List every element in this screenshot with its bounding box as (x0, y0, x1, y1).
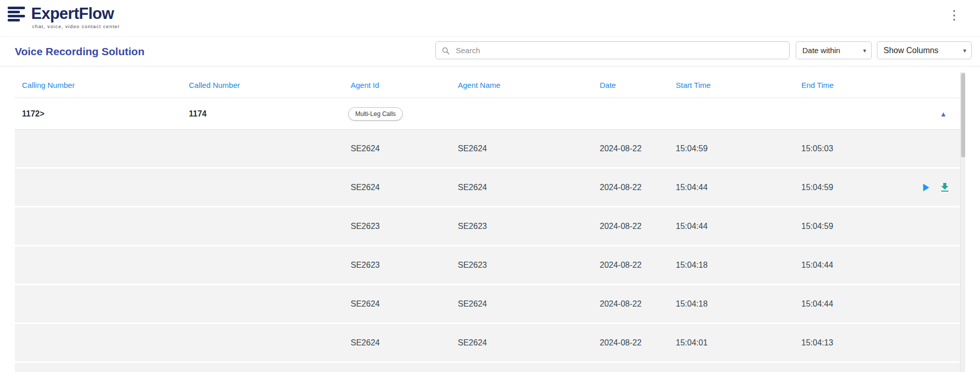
logo-text: ExpertFlow (31, 5, 114, 23)
table-body: SE2624 SE2624 2024-08-22 15:04:59 15:05:… (15, 130, 960, 361)
agent-name-cell: SE2623 (451, 246, 593, 284)
start-time-cell: 15:04:18 (669, 246, 794, 284)
page-title: Voice Recording Solution (15, 37, 144, 66)
date-cell: 2024-08-22 (593, 285, 669, 322)
date-cell: 2024-08-22 (593, 169, 669, 206)
search-input[interactable] (455, 45, 784, 55)
kebab-menu-icon[interactable]: ⋮ (944, 6, 965, 25)
expertflow-logo: ExpertFlow (8, 5, 114, 25)
start-time-cell: 15:04:44 (669, 207, 794, 245)
column-header-called-number: Called Number (182, 72, 344, 98)
agent-name-cell: SE2624 (451, 130, 593, 167)
table-row: SE2623 SE2623 2024-08-22 15:04:18 15:04:… (15, 246, 960, 284)
expertflow-logo-icon (8, 6, 27, 25)
date-within-label: Date within (802, 46, 840, 55)
column-header-date: Date (593, 72, 669, 98)
column-header-agent-id: Agent Id (344, 72, 451, 98)
play-recording-button[interactable] (918, 180, 933, 195)
agent-id-cell: SE2624 (344, 285, 451, 322)
date-cell: 2024-08-22 (593, 207, 669, 245)
agent-name-cell: SE2624 (451, 285, 593, 322)
end-time-cell: 15:04:59 (794, 207, 960, 245)
agent-id-cell: SE2624 (344, 324, 451, 361)
download-recording-button[interactable] (938, 180, 952, 195)
date-within-dropdown[interactable]: Date within ▾ (796, 41, 872, 59)
logo-tagline: chat, voice, video contact center (32, 24, 120, 29)
start-time-cell: 15:04:01 (669, 324, 794, 361)
table-row: SE2624 SE2624 2024-08-22 15:04:01 15:04:… (15, 324, 960, 361)
table-row-partial (15, 363, 960, 372)
column-header-calling-number: Calling Number (15, 72, 182, 98)
table-row: SE2624 SE2624 2024-08-22 15:04:44 15:04:… (15, 169, 960, 206)
agent-id-cell: SE2623 (344, 207, 451, 245)
row-actions (918, 169, 952, 206)
column-header-end-time: End Time (794, 72, 960, 98)
search-icon (441, 46, 450, 55)
end-time-cell: 15:04:13 (794, 324, 960, 361)
chevron-down-icon: ▾ (963, 48, 966, 54)
end-time-cell: 15:04:44 (794, 285, 960, 322)
show-columns-label: Show Columns (884, 46, 939, 55)
collapse-group-icon[interactable]: ▲ (938, 108, 949, 120)
date-cell: 2024-08-22 (593, 246, 669, 284)
toolbar: Voice Recording Solution Date within ▾ S… (0, 37, 980, 66)
table-row: SE2624 SE2624 2024-08-22 15:04:18 15:04:… (15, 285, 960, 322)
vertical-scrollbar[interactable] (960, 72, 965, 372)
vertical-scrollbar-thumb[interactable] (961, 73, 965, 157)
column-header-start-time: Start Time (669, 72, 794, 98)
date-cell: 2024-08-22 (593, 324, 669, 361)
search-field[interactable] (435, 41, 790, 59)
agent-name-cell: SE2624 (451, 169, 593, 206)
start-time-cell: 15:04:59 (669, 130, 794, 167)
recordings-table: Calling Number Called Number Agent Id Ag… (15, 72, 960, 372)
called-number-cell: 1174 (182, 98, 344, 129)
agent-name-cell: SE2623 (451, 207, 593, 245)
end-time-cell: 15:04:44 (794, 246, 960, 284)
column-header-agent-name: Agent Name (451, 72, 593, 98)
date-cell: 2024-08-22 (593, 130, 669, 167)
agent-name-cell: SE2624 (451, 324, 593, 361)
topbar: ExpertFlow chat, voice, video contact ce… (0, 0, 980, 37)
start-time-cell: 15:04:18 (669, 285, 794, 322)
calling-number-cell: 1172> (15, 98, 182, 129)
end-time-cell: 15:05:03 (794, 130, 960, 167)
agent-id-cell: SE2623 (344, 246, 451, 284)
show-columns-dropdown[interactable]: Show Columns ▾ (877, 41, 972, 59)
start-time-cell: 15:04:44 (669, 169, 794, 206)
call-group-row: 1172> 1174 Multi-Leg Calls ▲ (15, 98, 960, 130)
table-header-row: Calling Number Called Number Agent Id Ag… (15, 72, 960, 98)
table-row: SE2624 SE2624 2024-08-22 15:04:59 15:05:… (15, 130, 960, 167)
multi-leg-calls-badge: Multi-Leg Calls (348, 107, 403, 121)
agent-id-cell: SE2624 (344, 169, 451, 206)
agent-id-cell: SE2624 (344, 130, 451, 167)
chevron-down-icon: ▾ (863, 48, 866, 54)
table-row: SE2623 SE2623 2024-08-22 15:04:44 15:04:… (15, 207, 960, 245)
